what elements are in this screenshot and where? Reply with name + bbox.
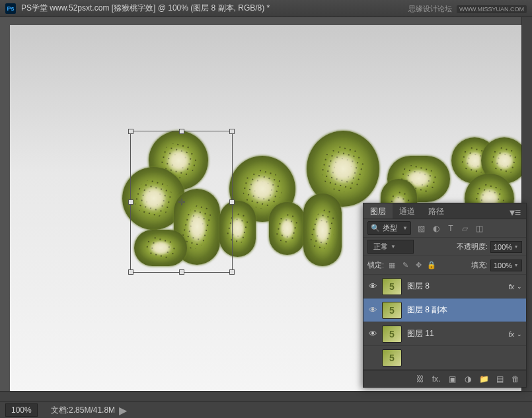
layer-name[interactable]: 图层 8 副本 — [407, 304, 523, 316]
opacity-input[interactable]: 100% ▾ — [490, 241, 522, 253]
layer-fx-icon[interactable]: fx. — [431, 374, 441, 384]
chevron-down-icon[interactable]: ⌄ — [517, 283, 522, 290]
scrollbar-horizontal[interactable] — [0, 391, 532, 401]
filter-type-icon[interactable]: T — [445, 223, 456, 234]
transform-handle-bc[interactable] — [179, 269, 184, 275]
layer-thumbnail[interactable] — [382, 278, 402, 295]
photoshop-window: Ps PS学堂 www.52psxt.com [猕猴桃字效] @ 100% (图… — [0, 0, 532, 418]
layer-fx-badge[interactable]: fx — [508, 330, 514, 338]
watermark-badge: WWW.MISSYUAN.COM — [457, 5, 527, 13]
doc-size-value: 2.85M/41.8M — [69, 405, 115, 415]
layer-name[interactable]: 图层 8 — [407, 281, 508, 292]
fill-label: 填充: — [471, 260, 488, 270]
transform-handle-bl[interactable] — [128, 269, 133, 275]
panel-tabs: 图层 通道 路径 ▾≡ — [363, 203, 526, 219]
blend-row: 正常 ▼ 不透明度: 100% ▾ — [363, 238, 526, 256]
chevron-down-icon: ▾ — [515, 244, 517, 250]
lock-transparent-icon[interactable]: ▦ — [387, 260, 397, 271]
fill-value: 100% — [494, 261, 512, 269]
layer-fx-badge[interactable]: fx — [508, 283, 514, 291]
lock-label: 锁定: — [367, 260, 384, 270]
statusbar-arrow-icon[interactable]: ▶ — [119, 404, 127, 417]
opacity-label: 不透明度: — [457, 242, 488, 252]
ps-app-icon: Ps — [5, 3, 16, 14]
zoom-level[interactable]: 100% — [5, 403, 38, 417]
layer-item[interactable]: 👁 图层 8 fx ⌄ — [363, 275, 526, 298]
title-prefix: PS学堂 www.52psxt.com — [21, 3, 109, 13]
chevron-down-icon: ▾ — [515, 262, 517, 268]
kiwi-letter-5 — [122, 131, 225, 263]
statusbar: 100% 文档: 2.85M/41.8M ▶ — [0, 401, 532, 418]
tab-channels[interactable]: 通道 — [393, 203, 422, 219]
layer-item[interactable]: 👁 图层 11 fx ⌄ — [363, 322, 526, 346]
watermark-text: 思缘设计论坛 — [408, 5, 452, 13]
layer-thumbnail[interactable] — [382, 302, 402, 319]
blend-mode-dropdown[interactable]: 正常 ▼ — [367, 240, 414, 254]
new-group-icon[interactable]: 📁 — [478, 374, 489, 384]
layer-name[interactable]: 图层 11 — [407, 328, 508, 339]
visibility-eye-icon[interactable]: 👁 — [366, 280, 379, 293]
lock-icons: ▦ ✎ ✥ 🔒 — [387, 260, 437, 271]
filter-pixel-icon[interactable]: ▧ — [416, 223, 427, 234]
filter-kind-label: 类型 — [383, 223, 397, 233]
visibility-eye-icon[interactable]: 👁 — [366, 304, 379, 317]
fill-input[interactable]: 100% ▾ — [490, 260, 522, 271]
lock-move-icon[interactable]: ✥ — [413, 260, 424, 271]
filter-smart-icon[interactable]: ◫ — [475, 223, 485, 234]
filter-kind-dropdown[interactable]: 🔍 类型 ▼ — [367, 221, 411, 235]
layer-thumbnail[interactable] — [382, 349, 402, 366]
new-layer-icon[interactable]: ▤ — [494, 374, 505, 384]
layer-filter-row: 🔍 类型 ▼ ▧ ◐ T ▱ ◫ — [363, 219, 526, 238]
opacity-value: 100% — [494, 243, 512, 251]
adjustment-layer-icon[interactable]: ◑ — [463, 374, 473, 384]
layer-mask-icon[interactable]: ▣ — [447, 374, 457, 384]
layer-item[interactable] — [363, 346, 526, 370]
visibility-eye-icon[interactable]: 👁 — [366, 328, 379, 341]
layers-panel: 图层 通道 路径 ▾≡ 🔍 类型 ▼ ▧ ◐ T ▱ ◫ 正常 ▼ — [363, 203, 527, 388]
layer-list: 👁 图层 8 fx ⌄ 👁 图层 8 副本 👁 图层 11 fx ⌄ — [363, 275, 526, 370]
layer-item[interactable]: 👁 图层 8 副本 — [363, 298, 526, 322]
transform-handle-br[interactable] — [229, 269, 235, 275]
filter-adjustment-icon[interactable]: ◐ — [431, 223, 441, 234]
filter-shape-icon[interactable]: ▱ — [460, 223, 471, 234]
chevron-down-icon[interactable]: ⌄ — [517, 331, 522, 337]
watermark: 思缘设计论坛 WWW.MISSYUAN.COM — [408, 4, 527, 14]
lock-brush-icon[interactable]: ✎ — [400, 260, 410, 271]
search-icon: 🔍 — [371, 224, 380, 232]
delete-layer-icon[interactable]: 🗑 — [510, 374, 521, 384]
tab-layers[interactable]: 图层 — [363, 203, 393, 219]
doc-size-label: 文档: — [51, 405, 69, 416]
blend-mode-value: 正常 — [373, 242, 388, 252]
lock-all-icon[interactable]: 🔒 — [426, 260, 437, 271]
visibility-eye-icon[interactable] — [366, 351, 379, 365]
link-layers-icon[interactable]: ⛓ — [415, 374, 426, 384]
filter-type-icons: ▧ ◐ T ▱ ◫ — [416, 223, 485, 234]
chevron-down-icon: ▼ — [402, 225, 408, 231]
tab-paths[interactable]: 路径 — [422, 203, 451, 219]
kiwi-letter-a — [219, 156, 305, 258]
chevron-down-icon: ▼ — [391, 244, 396, 250]
layers-panel-footer: ⛓ fx. ▣ ◑ 📁 ▤ 🗑 — [363, 370, 526, 387]
lock-row: 锁定: ▦ ✎ ✥ 🔒 填充: 100% ▾ — [363, 256, 526, 275]
layer-thumbnail[interactable] — [382, 326, 402, 343]
panel-menu-icon[interactable]: ▾≡ — [504, 203, 526, 219]
title-doc: [猕猴桃字效] @ 100% (图层 8 副本, RGB/8) * — [112, 3, 270, 13]
